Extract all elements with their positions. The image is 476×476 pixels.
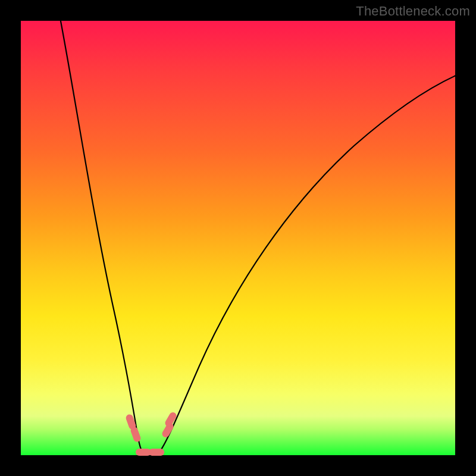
marker-2 bbox=[130, 426, 142, 443]
curve-layer bbox=[21, 21, 455, 455]
marker-4 bbox=[149, 449, 164, 456]
bottleneck-curve bbox=[60, 15, 461, 454]
plot-area bbox=[21, 21, 455, 455]
curve-left-branch bbox=[60, 15, 143, 453]
curve-right-branch bbox=[159, 73, 461, 453]
watermark-text: TheBottleneck.com bbox=[356, 4, 470, 19]
outer-frame: TheBottleneck.com bbox=[0, 0, 476, 476]
marker-group bbox=[125, 411, 178, 456]
